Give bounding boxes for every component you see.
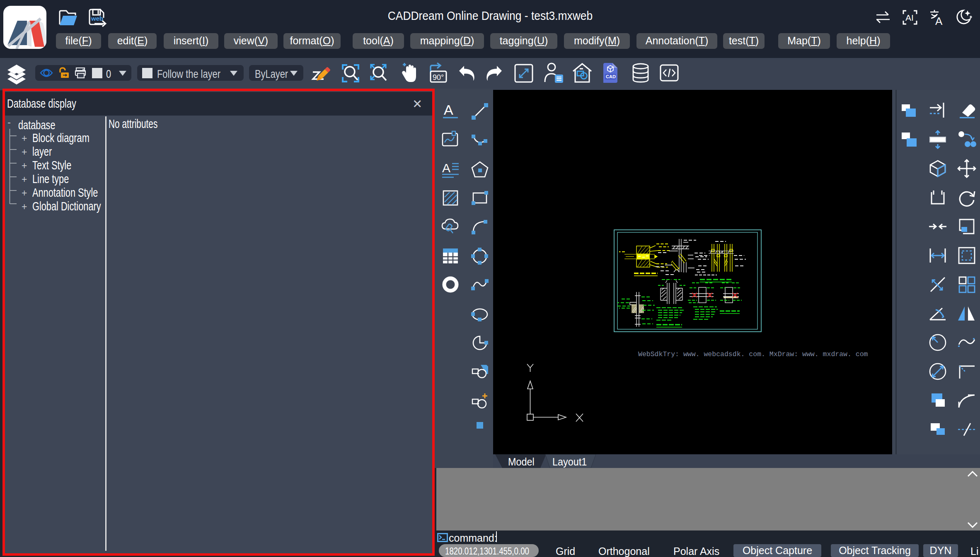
- svg-text:90°: 90°: [433, 73, 444, 82]
- svg-text:A: A: [444, 102, 453, 118]
- svg-text:A: A: [935, 15, 943, 26]
- svg-text:WebSdkTry: www. webcadsdk. com: WebSdkTry: www. webcadsdk. com. MxDraw: …: [638, 350, 868, 358]
- svg-text:CAD: CAD: [606, 74, 616, 79]
- svg-text:A: A: [442, 161, 450, 175]
- svg-text:AI: AI: [905, 13, 914, 22]
